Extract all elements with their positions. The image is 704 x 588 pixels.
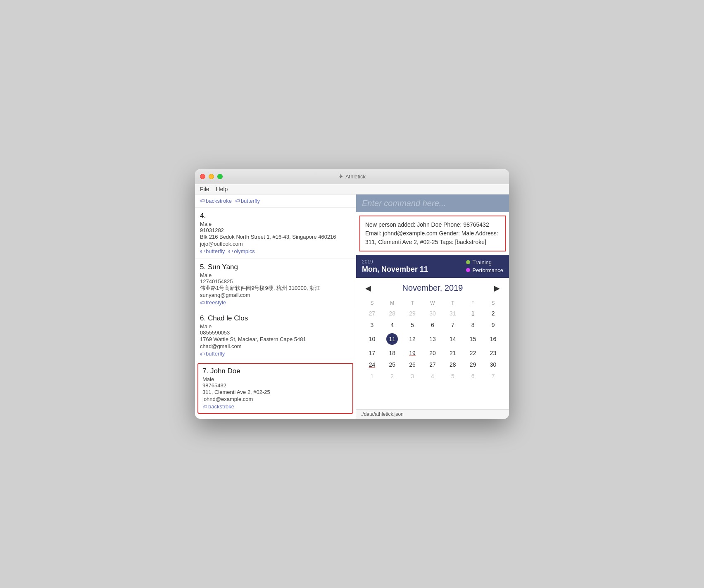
cal-cell-w1-d3[interactable]: 6 [423,319,443,331]
person-tags-6: 🏷 butterfly [200,351,351,357]
tags-bar: 🏷 backstroke 🏷 butterfly [195,194,356,208]
person-card-7[interactable]: 7. John Doe Male 98765432 311, Clementi … [197,363,353,414]
cal-week-2: 10111213141516 [362,331,503,347]
menu-file[interactable]: File [200,186,209,192]
cal-header-sun: S [362,299,382,308]
person-gender-5: Male [200,272,351,278]
person-gender-6: Male [200,323,351,330]
cal-cell-w3-d4[interactable]: 21 [442,347,463,359]
command-bar [356,194,509,212]
cal-header-sat: S [483,299,503,308]
cal-cell-w4-d4[interactable]: 28 [442,359,463,370]
tag-icon-backstroke: 🏷 [200,198,205,203]
person-tags-7: 🏷 backstroke [202,403,348,410]
cal-prev-button[interactable]: ◀ [362,282,374,294]
cal-header-mon: M [382,299,402,308]
cal-month-title: November, 2019 [402,283,463,293]
tag-person7-backstroke[interactable]: 🏷 backstroke [202,403,234,410]
menu-help[interactable]: Help [216,186,228,192]
cal-cell-w3-d5[interactable]: 22 [463,347,483,359]
cal-cell-w0-d2[interactable]: 29 [402,308,423,319]
person-phone-4: 91031282 [200,227,351,233]
cal-next-button[interactable]: ▶ [491,282,503,294]
status-bar: ./data/athletick.json [356,409,509,419]
person-card-5[interactable]: 5. Sun Yang Male 12740154825 伟业路1号高新软件园9… [195,259,356,310]
title-bar-label: ✈ Athletick [338,173,366,180]
cal-cell-w1-d2[interactable]: 5 [402,319,423,331]
cal-header-tue: T [402,299,423,308]
maximize-button[interactable] [217,174,223,179]
cal-cell-w3-d3[interactable]: 20 [423,347,443,359]
cal-cell-w0-d3[interactable]: 30 [423,308,443,319]
legend-performance: Performance [466,267,503,273]
cal-cell-w5-d3[interactable]: 4 [423,370,443,382]
cal-cell-w4-d3[interactable]: 27 [423,359,443,370]
tag-person6-butterfly[interactable]: 🏷 butterfly [200,351,225,357]
tag-butterfly[interactable]: 🏷 butterfly [235,198,260,204]
calendar-header-bar: 2019 Mon, November 11 Training Performan… [356,255,509,278]
cal-cell-w3-d2[interactable]: 19 [402,347,423,359]
command-input[interactable] [362,199,503,208]
person-card-wrapper-4: 4. Male 91031282 Blk 216 Bedok North Str… [195,208,356,259]
person-card-4[interactable]: 4. Male 91031282 Blk 216 Bedok North Str… [195,208,356,259]
cal-full-date: Mon, November 11 [362,265,428,274]
cal-week-5: 1234567 [362,370,503,382]
cal-cell-w4-d6[interactable]: 30 [483,359,503,370]
cal-cell-w4-d5[interactable]: 29 [463,359,483,370]
cal-cell-w5-d4[interactable]: 5 [442,370,463,382]
minimize-button[interactable] [209,174,214,179]
cal-cell-w1-d6[interactable]: 9 [483,319,503,331]
cal-cell-w0-d1[interactable]: 28 [382,308,402,319]
status-path: ./data/athletick.json [361,411,404,417]
tag-backstroke[interactable]: 🏷 backstroke [200,198,232,204]
cal-cell-w4-d2[interactable]: 26 [402,359,423,370]
tag-person4-olympics[interactable]: 🏷 olympics [228,248,255,254]
person-address-6: 1769 Wattle St, Maclear, Eastern Cape 54… [200,336,351,343]
cal-cell-w5-d5[interactable]: 6 [463,370,483,382]
cal-cell-w2-d1[interactable]: 11 [382,331,402,347]
person-name-7: 7. John Doe [202,367,348,375]
training-dot [466,260,470,264]
close-button[interactable] [200,174,205,179]
cal-nav: ◀ November, 2019 ▶ [362,282,503,294]
person-name-6: 6. Chad le Clos [200,314,351,322]
person-name-4: 4. [200,212,351,220]
app-window: ✈ Athletick File Help 🏷 backstroke 🏷 but… [195,169,509,419]
cal-cell-w5-d6[interactable]: 7 [483,370,503,382]
cal-cell-w2-d5[interactable]: 15 [463,331,483,347]
cal-cell-w4-d0[interactable]: 24 [362,359,382,370]
cal-cell-w2-d0[interactable]: 10 [362,331,382,347]
cal-cell-w0-d4[interactable]: 31 [442,308,463,319]
app-icon: ✈ [338,173,343,180]
result-text: New person added: John Doe Phone: 987654… [365,221,498,245]
cal-cell-w2-d2[interactable]: 12 [402,331,423,347]
cal-cell-w2-d3[interactable]: 13 [423,331,443,347]
cal-cell-w5-d1[interactable]: 2 [382,370,402,382]
cal-cell-w3-d1[interactable]: 18 [382,347,402,359]
cal-cell-w5-d0[interactable]: 1 [362,370,382,382]
cal-cell-w1-d1[interactable]: 4 [382,319,402,331]
training-label: Training [473,259,492,266]
tag-person5-freestyle[interactable]: 🏷 freestyle [200,299,226,306]
today-cell: 11 [386,333,398,345]
performance-dot [466,268,470,272]
cal-cell-w3-d0[interactable]: 17 [362,347,382,359]
cal-cell-w2-d4[interactable]: 14 [442,331,463,347]
cal-cell-w5-d2[interactable]: 3 [402,370,423,382]
cal-cell-w0-d5[interactable]: 1 [463,308,483,319]
cal-cell-w3-d6[interactable]: 23 [483,347,503,359]
cal-cell-w1-d0[interactable]: 3 [362,319,382,331]
app-title: Athletick [345,173,366,180]
cal-week-4: 24252627282930 [362,359,503,370]
person-card-6[interactable]: 6. Chad le Clos Male 0855590053 1769 Wat… [195,310,356,361]
cal-cell-w1-d5[interactable]: 8 [463,319,483,331]
cal-grid: S M T W T F S 27282930311234567891011121… [362,299,503,382]
tag-person4-butterfly[interactable]: 🏷 butterfly [200,248,225,254]
cal-cell-w0-d0[interactable]: 27 [362,308,382,319]
cal-cell-w1-d4[interactable]: 7 [442,319,463,331]
cal-cell-w2-d6[interactable]: 16 [483,331,503,347]
cal-week-3: 17181920212223 [362,347,503,359]
cal-cell-w0-d6[interactable]: 2 [483,308,503,319]
person-email-4: jojo@outlook.com [200,241,351,247]
cal-cell-w4-d1[interactable]: 25 [382,359,402,370]
